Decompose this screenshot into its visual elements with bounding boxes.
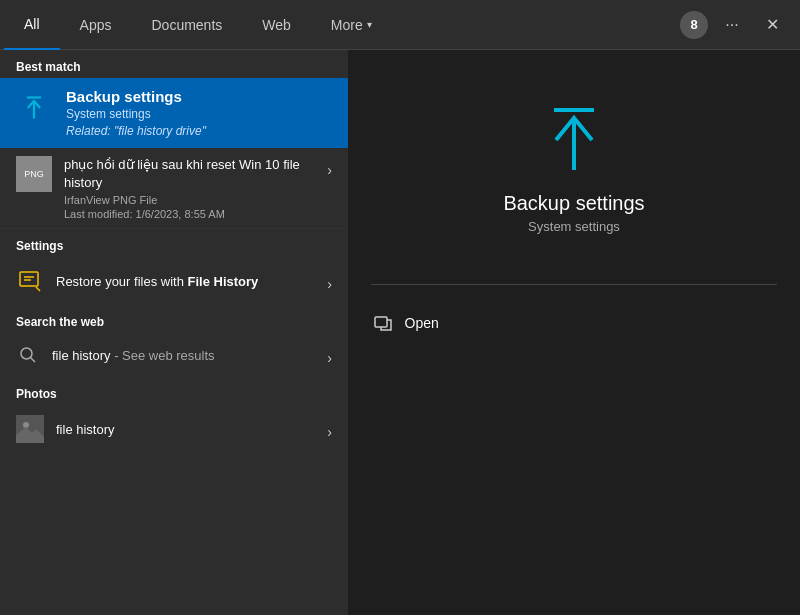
top-bar-right: 8 ··· ✕ (680, 9, 796, 41)
web-text: file history - See web results (52, 348, 315, 363)
file-item[interactable]: PNG phục hồi dữ liệu sau khi reset Win 1… (0, 148, 348, 229)
photos-thumbnail-icon (16, 415, 44, 443)
web-search-header: Search the web (0, 305, 348, 333)
close-button[interactable]: ✕ (756, 9, 788, 41)
result-count-badge: 8 (680, 11, 708, 39)
svg-line-6 (31, 358, 36, 363)
open-action[interactable]: Open (371, 305, 778, 341)
backup-large-icon (534, 100, 614, 180)
web-search-item[interactable]: file history - See web results › (0, 333, 348, 377)
web-item-arrow-icon: › (327, 350, 332, 366)
window: All Apps Documents Web More ▾ 8 ··· ✕ Be… (0, 0, 800, 615)
tab-web[interactable]: Web (242, 0, 311, 50)
best-match-item[interactable]: Backup settings System settings Related:… (0, 78, 348, 148)
svg-rect-12 (375, 317, 387, 327)
svg-point-5 (21, 348, 32, 359)
file-title: phục hồi dữ liệu sau khi reset Win 10 fi… (64, 156, 315, 192)
file-item-arrow-icon: › (327, 162, 332, 178)
best-match-text: Backup settings System settings Related:… (66, 88, 332, 138)
file-history-icon (16, 267, 44, 295)
right-panel: Backup settings System settings Open (348, 50, 800, 615)
right-divider (371, 284, 778, 285)
best-match-title: Backup settings (66, 88, 332, 105)
settings-item-arrow-icon: › (327, 276, 332, 292)
left-panel: Best match Backup settings System settin… (0, 50, 348, 615)
search-icon (16, 343, 40, 367)
photos-label: file history (56, 422, 315, 437)
open-icon (371, 311, 395, 335)
tab-more[interactable]: More ▾ (311, 0, 392, 50)
photos-item-arrow-icon: › (327, 424, 332, 440)
best-match-related: Related: "file history drive" (66, 124, 332, 138)
backup-settings-icon (16, 90, 52, 126)
best-match-header: Best match (0, 50, 348, 78)
settings-restore-item[interactable]: Restore your files with File History › (0, 257, 348, 305)
settings-header: Settings (0, 229, 348, 257)
main-content: Best match Backup settings System settin… (0, 50, 800, 615)
top-bar: All Apps Documents Web More ▾ 8 ··· ✕ (0, 0, 800, 50)
tab-all[interactable]: All (4, 0, 60, 50)
photos-header: Photos (0, 377, 348, 405)
file-text: phục hồi dữ liệu sau khi reset Win 10 fi… (64, 156, 315, 220)
right-icon-area: Backup settings System settings (503, 100, 644, 234)
tab-apps[interactable]: Apps (60, 0, 132, 50)
ellipsis-button[interactable]: ··· (716, 9, 748, 41)
file-type: IrfanView PNG File (64, 194, 315, 206)
settings-label: Restore your files with File History (56, 274, 315, 289)
tab-documents[interactable]: Documents (131, 0, 242, 50)
best-match-sub: System settings (66, 107, 332, 121)
right-app-title: Backup settings System settings (503, 192, 644, 234)
chevron-down-icon: ▾ (367, 19, 372, 30)
svg-rect-2 (20, 272, 38, 286)
file-modified: Last modified: 1/6/2023, 8:55 AM (64, 208, 315, 220)
photos-item[interactable]: file history › (0, 405, 348, 453)
png-file-icon: PNG (16, 156, 52, 192)
